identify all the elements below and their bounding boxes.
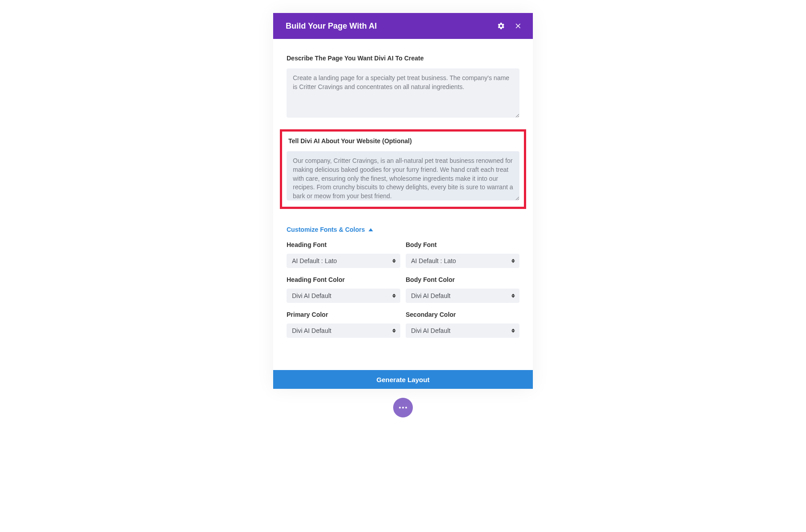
describe-label: Describe The Page You Want Divi AI To Cr… xyxy=(287,54,519,62)
about-label: Tell Divi AI About Your Website (Optiona… xyxy=(288,137,519,145)
color-row: Primary Color Divi AI Default Secondary … xyxy=(287,311,519,338)
primary-color-value: Divi AI Default xyxy=(292,327,331,334)
primary-color-label: Primary Color xyxy=(287,311,400,318)
heading-font-color-select[interactable]: Divi AI Default xyxy=(287,289,400,303)
body-font-color-col: Body Font Color Divi AI Default xyxy=(406,276,519,303)
heading-font-color-label: Heading Font Color xyxy=(287,276,400,283)
heading-font-value: AI Default : Lato xyxy=(292,257,337,264)
heading-font-select[interactable]: AI Default : Lato xyxy=(287,254,400,268)
describe-page-textarea[interactable] xyxy=(287,68,519,118)
heading-font-label: Heading Font xyxy=(287,241,400,248)
secondary-color-value: Divi AI Default xyxy=(411,327,450,334)
modal-header: Build Your Page With AI xyxy=(273,13,533,39)
updown-icon xyxy=(511,259,515,263)
body-font-label: Body Font xyxy=(406,241,519,248)
header-icons xyxy=(497,22,522,30)
about-highlight-box: Tell Divi AI About Your Website (Optiona… xyxy=(280,129,526,209)
primary-color-select[interactable]: Divi AI Default xyxy=(287,323,400,338)
more-icon xyxy=(399,407,407,409)
font-row: Heading Font AI Default : Lato Body Font… xyxy=(287,241,519,268)
body-font-color-value: Divi AI Default xyxy=(411,292,450,299)
updown-icon xyxy=(392,294,396,298)
gear-icon[interactable] xyxy=(497,22,505,30)
body-font-color-select[interactable]: Divi AI Default xyxy=(406,289,519,303)
about-website-textarea[interactable] xyxy=(287,151,519,200)
modal-body: Describe The Page You Want Divi AI To Cr… xyxy=(273,39,533,357)
customize-toggle-label: Customize Fonts & Colors xyxy=(287,226,365,233)
modal-title: Build Your Page With AI xyxy=(286,21,377,31)
updown-icon xyxy=(392,329,396,333)
secondary-color-col: Secondary Color Divi AI Default xyxy=(406,311,519,338)
ai-builder-modal: Build Your Page With AI Describe The Pag… xyxy=(273,13,533,389)
font-color-row: Heading Font Color Divi AI Default Body … xyxy=(287,276,519,303)
secondary-color-select[interactable]: Divi AI Default xyxy=(406,323,519,338)
updown-icon xyxy=(511,294,515,298)
generate-layout-button[interactable]: Generate Layout xyxy=(273,370,533,389)
updown-icon xyxy=(511,329,515,333)
heading-font-color-value: Divi AI Default xyxy=(292,292,331,299)
heading-font-col: Heading Font AI Default : Lato xyxy=(287,241,400,268)
body-font-color-label: Body Font Color xyxy=(406,276,519,283)
primary-color-col: Primary Color Divi AI Default xyxy=(287,311,400,338)
customize-fonts-colors-toggle[interactable]: Customize Fonts & Colors xyxy=(287,226,519,233)
triangle-up-icon xyxy=(369,228,373,231)
heading-font-color-col: Heading Font Color Divi AI Default xyxy=(287,276,400,303)
body-font-col: Body Font AI Default : Lato xyxy=(406,241,519,268)
body-font-value: AI Default : Lato xyxy=(411,257,456,264)
updown-icon xyxy=(392,259,396,263)
floating-action-button[interactable] xyxy=(393,398,413,417)
close-icon[interactable] xyxy=(514,22,522,30)
body-font-select[interactable]: AI Default : Lato xyxy=(406,254,519,268)
secondary-color-label: Secondary Color xyxy=(406,311,519,318)
